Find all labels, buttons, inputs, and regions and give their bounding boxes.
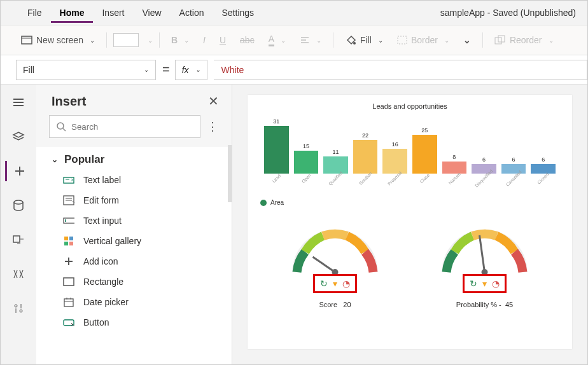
border-button[interactable]: Border ⌄ [392,32,454,48]
insert-item-add-icon[interactable]: Add icon [36,251,232,272]
svg-line-41 [313,257,335,272]
property-name: Fill [23,65,34,75]
bucket-icon [345,35,356,45]
legend-label: Area [270,199,284,206]
left-rail [1,85,36,365]
fill-label: Fill [360,35,372,45]
color-swatch[interactable] [113,33,139,47]
insert-title: Insert [52,94,86,109]
media-icon [12,235,25,245]
rail-tree-button[interactable] [6,92,31,113]
insert-item-text-label[interactable]: Text label [36,170,232,190]
property-selector[interactable]: Fill ⌄ [16,60,156,80]
insert-item-date-picker[interactable]: Date picker [36,292,232,312]
svg-rect-30 [69,237,73,240]
rail-data-button[interactable] [6,195,31,216]
fx-group: = fx ⌄ [162,60,207,80]
refresh-icon[interactable]: ↻ [470,279,477,289]
hamburger-icon [12,98,25,107]
canvas[interactable]: Leads and opportunities 3115112216258666… [232,85,587,365]
svg-point-20 [57,123,64,129]
category-popular[interactable]: ⌄ Popular [36,147,232,170]
insert-panel: Insert ✕ ⋮ ⌄ Popular Text label Edit for… [36,85,232,365]
chevron-down-icon: ⌄ [378,37,383,44]
scrollbar[interactable] [228,145,232,202]
database-icon [13,200,24,211]
underline-button[interactable]: U [214,32,231,48]
menu-settings[interactable]: Settings [213,3,263,23]
variables-icon [12,269,25,279]
separator [106,32,107,48]
rail-variables-button[interactable] [6,264,31,284]
chevron-down-icon: ⌄ [90,37,95,44]
rail-media-button[interactable] [6,230,31,250]
legend-dot [260,200,267,206]
svg-rect-32 [69,242,73,245]
formula-input[interactable]: White [214,60,587,80]
menu-home[interactable]: Home [51,3,94,23]
reorder-button[interactable]: Reorder ⌄ [489,32,559,48]
insert-item-button[interactable]: Button [36,312,232,333]
chart-title: Leads and opportunities [260,102,559,110]
svg-rect-35 [64,278,74,286]
chart-type-icon[interactable]: ◔ [492,279,500,289]
formula-value: White [221,65,244,75]
formula-bar: Fill ⌄ = fx ⌄ White [1,55,587,85]
main-area: Insert ✕ ⋮ ⌄ Popular Text label Edit for… [1,85,587,365]
bar: 22 [353,132,378,174]
insert-item-rectangle[interactable]: Rectangle [36,272,232,292]
filter-icon[interactable]: ▾ [482,279,487,289]
insert-item-edit-form[interactable]: Edit form [36,190,232,210]
new-screen-button[interactable]: New screen ⌄ [16,32,100,48]
plus-icon [13,165,26,177]
chart-type-icon[interactable]: ◔ [342,279,350,289]
gallery-icon [63,235,74,247]
rail-insert-button[interactable] [5,161,32,181]
tools-icon [13,303,24,314]
svg-rect-36 [64,299,73,306]
svg-rect-29 [64,237,68,240]
search-field[interactable] [71,122,193,132]
svg-point-14 [14,200,23,204]
plus-icon [63,256,74,267]
insert-item-text-input[interactable]: Text input [36,210,232,231]
rail-tools-button[interactable] [6,298,31,319]
insert-item-label: Add icon [83,256,118,266]
svg-rect-15 [13,236,20,242]
fx-button[interactable]: fx ⌄ [175,60,207,80]
chevron-down-icon: ⌄ [52,155,58,164]
more-button[interactable]: ⋮ [207,120,219,134]
reorder-icon [494,35,506,45]
gauge-arc [283,221,388,279]
search-input[interactable] [49,115,200,138]
menu-insert[interactable]: Insert [93,3,133,23]
menu-view[interactable]: View [133,3,170,23]
insert-item-label: Button [83,317,109,327]
bold-button[interactable]: B⌄ [166,32,194,48]
font-color-button[interactable]: A⌄ [263,31,291,49]
align-button[interactable]: ⌄ [295,33,326,47]
screen-icon [21,36,32,45]
close-button[interactable]: ✕ [208,93,219,109]
refresh-icon[interactable]: ↻ [320,279,328,289]
fill-button[interactable]: Fill ⌄ [340,32,388,48]
gauges-row: ↻ ▾ ◔ Score 20 [260,221,559,308]
expand-button[interactable]: ⌄ [458,32,476,48]
svg-rect-6 [398,36,407,44]
italic-button[interactable]: I [198,32,211,48]
insert-item-vertical-gallery[interactable]: Vertical gallery [36,231,232,251]
insert-item-label: Rectangle [83,277,123,287]
filter-icon[interactable]: ▾ [333,279,337,289]
menu-file[interactable]: File [18,3,51,23]
menu-action[interactable]: Action [171,3,213,23]
menubar: File Home Insert View Action Settings sa… [1,1,587,25]
bar: 25 [412,127,437,174]
insert-item-label: Edit form [83,195,119,205]
rect-icon [63,276,74,287]
strike-button[interactable]: abc [235,32,260,48]
app-title: sampleApp - Saved (Unpublished) [440,8,587,18]
svg-point-16 [15,305,17,307]
rail-layers-button[interactable] [6,127,31,147]
fx-label: fx [182,65,189,75]
border-label: Border [411,35,438,45]
